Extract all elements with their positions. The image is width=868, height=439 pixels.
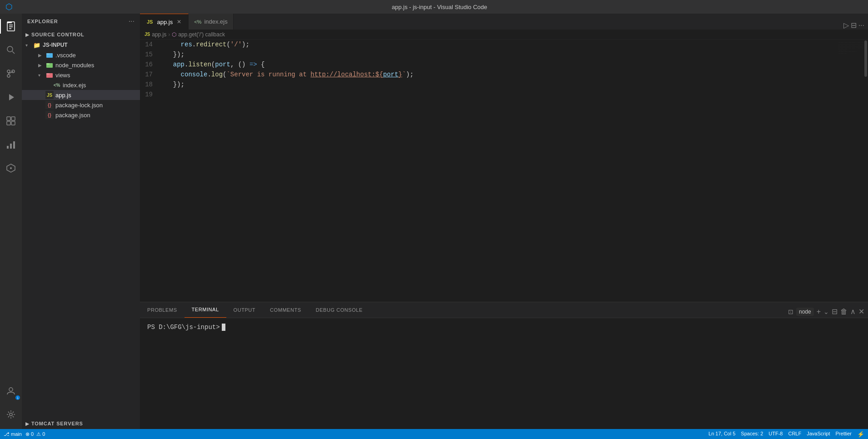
- breadcrumb: JS app.js › ⬡ app.get('/') callback: [140, 30, 868, 40]
- remote-activity-icon[interactable]: [0, 157, 22, 179]
- code-line-19: [162, 90, 836, 100]
- source-control-activity-icon[interactable]: [0, 63, 22, 85]
- views-folder-icon: [45, 71, 54, 79]
- code-line-14: res.redirect('/');: [162, 40, 836, 50]
- sidebar-item-package-json[interactable]: {} package.json: [22, 110, 140, 120]
- eol-status[interactable]: CRLF: [788, 431, 801, 438]
- sidebar-item-node-modules[interactable]: ▶ node_modules: [22, 60, 140, 70]
- vertical-scrollbar[interactable]: [863, 40, 868, 302]
- language-status[interactable]: JavaScript: [807, 431, 830, 438]
- scrollbar-thumb[interactable]: [864, 40, 867, 77]
- run-debug-activity-icon[interactable]: [0, 86, 22, 108]
- account-activity-icon[interactable]: 1: [0, 380, 22, 402]
- explorer-activity-icon[interactable]: [0, 15, 22, 37]
- settings-activity-icon[interactable]: [0, 404, 22, 425]
- more-actions-icon[interactable]: ···: [129, 17, 135, 25]
- source-control-section[interactable]: ▶ SOURCE CONTROL: [22, 29, 140, 40]
- activity-bar: 1: [0, 14, 22, 429]
- app-js-label: app.js: [55, 92, 71, 99]
- tab-index-ejs-label: index.ejs: [204, 18, 227, 25]
- sidebar-item-package-lock[interactable]: {} package-lock.json: [22, 100, 140, 110]
- spaces-status[interactable]: Spaces: 2: [741, 431, 763, 438]
- tab-problems[interactable]: PROBLEMS: [140, 302, 185, 318]
- line-num-16: 16: [140, 60, 158, 70]
- maximize-panel-icon[interactable]: ∧: [850, 307, 856, 316]
- chevron-down-icon[interactable]: ⌄: [823, 308, 829, 315]
- views-label: views: [55, 72, 70, 79]
- sidebar-header-actions[interactable]: ···: [129, 17, 135, 25]
- sidebar-item-views[interactable]: ▾ views: [22, 70, 140, 80]
- formatter-status[interactable]: Prettier: [836, 431, 852, 438]
- line-num-14: 14: [140, 40, 158, 50]
- code-editor[interactable]: 14 15 16 17 18 19 res.redirect('/');: [140, 40, 868, 302]
- extensions-activity-icon[interactable]: [0, 110, 22, 132]
- svg-rect-18: [13, 141, 15, 149]
- breadcrumb-sep1: ›: [168, 31, 170, 38]
- vscode-logo-icon: ⬡: [5, 2, 13, 12]
- remote-status-icon[interactable]: ⚡: [857, 431, 864, 438]
- line-col-status[interactable]: Ln 17, Col 5: [708, 431, 735, 438]
- split-editor-icon[interactable]: ⊟: [851, 21, 857, 30]
- output-label: OUTPUT: [234, 307, 256, 313]
- tab-app-js[interactable]: JS app.js ✕: [140, 14, 189, 30]
- svg-point-8: [7, 75, 10, 77]
- svg-point-7: [7, 70, 10, 73]
- tabs-actions: ▷ ⊟ ···: [840, 21, 868, 30]
- panel: PROBLEMS TERMINAL OUTPUT COMMENTS DEBUG: [140, 302, 868, 429]
- sidebar-item-app-js[interactable]: JS app.js: [22, 90, 140, 100]
- terminal-content[interactable]: PS D:\GFG\js-input>: [140, 318, 868, 429]
- line-num-18: 18: [140, 80, 158, 90]
- breadcrumb-file[interactable]: app.js: [152, 31, 166, 38]
- sidebar-footer[interactable]: ▶ TOMCAT SERVERS: [22, 418, 140, 429]
- vscode-expand-icon: ▶: [38, 53, 45, 58]
- folder-icon: 📁: [33, 41, 41, 49]
- titlebar: ⬡ app.js - js-input - Visual Studio Code: [0, 0, 868, 14]
- line-num-19: 19: [140, 90, 158, 100]
- svg-marker-11: [9, 94, 14, 100]
- breadcrumb-icon-class: ⬡: [172, 31, 176, 38]
- search-activity-icon[interactable]: [0, 39, 22, 61]
- code-line-15: });: [162, 50, 836, 60]
- close-tab-app-js[interactable]: ✕: [175, 18, 183, 25]
- add-terminal-icon[interactable]: +: [817, 308, 821, 316]
- vscode-label: .vscode: [55, 52, 76, 59]
- svg-rect-28: [46, 73, 50, 75]
- errors-warnings-status[interactable]: ⊗ 0 ⚠ 0: [25, 431, 45, 437]
- folder-label: JS-INPUT: [43, 42, 68, 48]
- sidebar-item-vscode[interactable]: ▶ .vscode: [22, 50, 140, 60]
- tab-debug-console[interactable]: DEBUG CONSOLE: [309, 302, 370, 318]
- index-ejs-label: index.ejs: [63, 82, 86, 89]
- tab-output[interactable]: OUTPUT: [226, 302, 263, 318]
- pkglock-icon: {}: [45, 101, 54, 109]
- source-control-status[interactable]: ⎇ main: [4, 431, 22, 437]
- breadcrumb-callback[interactable]: app.get('/') callback: [178, 31, 225, 38]
- new-terminal-icon[interactable]: ⊡: [788, 308, 793, 315]
- svg-rect-16: [7, 146, 9, 149]
- tab-terminal[interactable]: TERMINAL: [185, 302, 226, 318]
- tab-comments[interactable]: COMMENTS: [263, 302, 309, 318]
- run-editor-icon[interactable]: ▷: [843, 21, 849, 30]
- node-terminal-label[interactable]: node: [796, 308, 814, 316]
- status-bar: ⎇ main ⊗ 0 ⚠ 0 Ln 17, Col 5 Spaces: 2 UT…: [0, 429, 868, 439]
- close-panel-icon[interactable]: ✕: [858, 307, 864, 316]
- package-lock-label: package-lock.json: [55, 102, 103, 109]
- code-content[interactable]: res.redirect('/'); }); app.listen(port, …: [162, 40, 836, 302]
- split-terminal-icon[interactable]: ⊟: [832, 307, 838, 316]
- charts-activity-icon[interactable]: [0, 134, 22, 155]
- encoding-status[interactable]: UTF-8: [768, 431, 783, 438]
- folder-root[interactable]: ▾ 📁 JS-INPUT: [22, 40, 140, 50]
- node-modules-expand-icon: ▶: [38, 63, 45, 68]
- svg-line-6: [12, 51, 15, 54]
- problems-label: PROBLEMS: [147, 307, 177, 313]
- breadcrumb-js-icon: JS: [145, 32, 150, 37]
- code-line-16: app.listen(port, () => {: [162, 60, 836, 70]
- tab-index-ejs[interactable]: <% index.ejs: [189, 14, 234, 30]
- delete-terminal-icon[interactable]: 🗑: [840, 308, 848, 316]
- folder-expand-icon: ▾: [25, 43, 33, 48]
- sidebar-item-index-ejs[interactable]: <% index.ejs: [22, 80, 140, 90]
- minimap: ................................ .......…: [836, 40, 863, 302]
- more-editor-icon[interactable]: ···: [858, 21, 864, 30]
- vscode-folder-icon: [45, 51, 54, 59]
- tomcat-servers-section[interactable]: ▶ TOMCAT SERVERS: [22, 418, 140, 429]
- tomcat-label: TOMCAT SERVERS: [31, 421, 83, 426]
